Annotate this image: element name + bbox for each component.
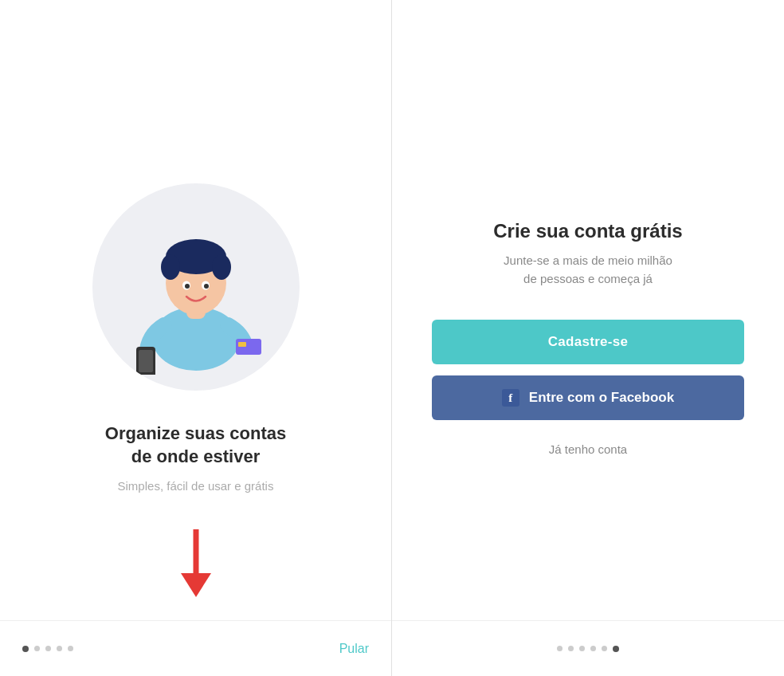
right-dot-5 (602, 646, 607, 651)
bottom-bar-right (392, 620, 784, 676)
red-arrow (176, 529, 216, 604)
svg-point-5 (212, 254, 231, 280)
svg-rect-13 (238, 342, 246, 347)
right-title: Crie sua conta grátis (493, 220, 682, 242)
svg-point-9 (204, 284, 209, 289)
login-link[interactable]: Já tenho conta (549, 442, 627, 456)
right-panel: Crie sua conta grátis Junte-se a mais de… (392, 0, 784, 676)
facebook-button[interactable]: f Entre com o Facebook (432, 375, 744, 420)
right-dot-6 (613, 646, 619, 652)
svg-point-8 (185, 284, 190, 289)
svg-rect-11 (139, 350, 153, 372)
dot-5 (68, 646, 73, 651)
cadastrese-button[interactable]: Cadastre-se (432, 320, 744, 364)
left-subtitle: Simples, fácil de usar e grátis (118, 479, 274, 493)
right-subtitle: Junte-se a mais de meio milhão de pessoa… (504, 252, 672, 288)
illustration-circle (92, 183, 300, 391)
facebook-icon: f (502, 389, 519, 407)
facebook-button-label: Entre com o Facebook (529, 390, 674, 406)
dot-2 (34, 646, 40, 651)
left-panel: Organize suas contas de onde estiver Sim… (0, 0, 392, 676)
left-dots (22, 646, 73, 652)
person-illustration (116, 199, 276, 375)
right-dot-1 (557, 646, 563, 651)
bottom-bar-left: Pular (0, 620, 391, 676)
skip-button[interactable]: Pular (339, 642, 369, 656)
svg-marker-15 (181, 573, 211, 597)
svg-point-4 (161, 254, 180, 280)
dot-1 (22, 646, 29, 652)
left-title: Organize suas contas de onde estiver (105, 422, 286, 468)
right-dot-4 (590, 646, 596, 651)
right-dots (557, 646, 619, 652)
dot-4 (57, 646, 62, 651)
dot-3 (45, 646, 51, 651)
right-dot-3 (579, 646, 585, 651)
right-dot-2 (568, 646, 574, 651)
